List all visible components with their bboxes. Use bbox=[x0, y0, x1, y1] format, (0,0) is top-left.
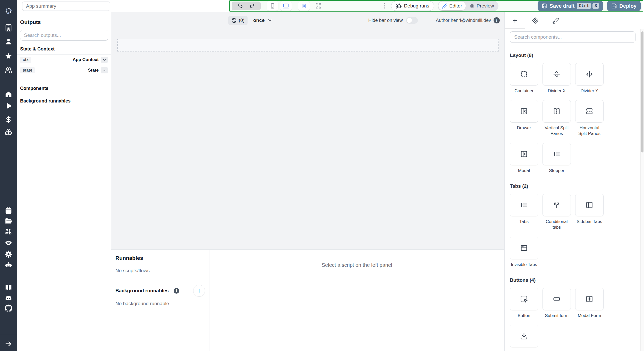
chevron-down-icon[interactable] bbox=[101, 57, 108, 63]
component-card-divider-x[interactable]: Divider X bbox=[543, 63, 571, 94]
output-row-ctx[interactable]: ctx App Context bbox=[17, 54, 111, 65]
horizontal-split-icon bbox=[586, 107, 593, 115]
add-background-runnable-button[interactable]: + bbox=[193, 285, 205, 297]
bot-icon[interactable] bbox=[5, 261, 12, 269]
components-panel-tabs bbox=[505, 12, 644, 29]
fullscreen-button[interactable] bbox=[313, 1, 324, 11]
component-card-modal[interactable]: Modal bbox=[510, 143, 538, 174]
components-panel: Layout (8) Container Divider X Divider Y… bbox=[504, 12, 644, 351]
github-icon[interactable] bbox=[5, 304, 12, 312]
hide-bar-toggle[interactable] bbox=[406, 17, 418, 24]
play-icon[interactable] bbox=[5, 102, 12, 110]
tab-component-settings[interactable] bbox=[525, 12, 545, 29]
component-card-modal-form[interactable]: Modal Form bbox=[575, 288, 604, 319]
workspace-building-icon[interactable] bbox=[5, 24, 12, 32]
deploy-button[interactable]: Deploy bbox=[607, 1, 641, 11]
button-icon bbox=[520, 295, 528, 303]
hide-bar-label: Hide bar on view bbox=[368, 18, 403, 23]
runnables-title: Runnables bbox=[115, 255, 205, 261]
debug-runs-button[interactable]: Debug runs bbox=[391, 1, 434, 11]
component-card-stepper[interactable]: Stepper bbox=[543, 143, 571, 174]
star-icon[interactable] bbox=[5, 52, 12, 60]
boxes-icon[interactable] bbox=[5, 128, 12, 136]
tab-preview[interactable]: Preview bbox=[466, 2, 498, 10]
users-gear-icon[interactable] bbox=[5, 227, 12, 235]
chevron-down-icon[interactable] bbox=[101, 67, 108, 73]
user-icon[interactable] bbox=[5, 38, 12, 45]
empty-grid-dropzone[interactable] bbox=[117, 39, 499, 52]
laptop-icon bbox=[283, 3, 289, 9]
layout-components-grid: Container Divider X Divider Y Drawer Ver… bbox=[510, 63, 635, 174]
runnables-list: Runnables No scripts/flows Background ru… bbox=[111, 250, 209, 351]
save-draft-label: Save draft bbox=[550, 3, 575, 9]
divider-x-icon bbox=[553, 70, 561, 78]
component-card-horizontal-split[interactable]: Horizontal Split Panes bbox=[575, 100, 604, 136]
undo-redo-group bbox=[232, 2, 261, 10]
section-title-tabs: Tabs (2) bbox=[510, 183, 635, 189]
output-key-badge: state bbox=[20, 67, 35, 73]
dollar-icon[interactable] bbox=[5, 116, 12, 123]
section-title-layout: Layout (8) bbox=[510, 53, 635, 58]
container-icon bbox=[520, 70, 528, 78]
kbd-s: S bbox=[592, 3, 599, 9]
discord-icon[interactable] bbox=[5, 294, 12, 302]
tab-insert-component[interactable] bbox=[505, 12, 525, 29]
info-icon[interactable]: i bbox=[174, 288, 179, 294]
app-summary-input[interactable] bbox=[22, 2, 110, 11]
run-mode-dropdown[interactable]: once bbox=[253, 18, 272, 23]
calendar-icon[interactable] bbox=[5, 207, 12, 215]
home-icon[interactable] bbox=[5, 90, 12, 98]
search-outputs-input[interactable] bbox=[20, 30, 108, 41]
center-align-button[interactable] bbox=[298, 1, 310, 11]
component-card-container[interactable]: Container bbox=[510, 63, 538, 94]
component-card-button[interactable]: Button bbox=[510, 288, 538, 319]
debug-runs-label: Debug runs bbox=[404, 3, 429, 9]
search-components-input[interactable] bbox=[510, 31, 635, 43]
eye-icon[interactable] bbox=[5, 239, 12, 247]
bug-icon bbox=[396, 3, 402, 9]
redo-icon[interactable] bbox=[249, 3, 255, 9]
tab-theme-style[interactable] bbox=[545, 12, 566, 29]
book-open-icon[interactable] bbox=[5, 284, 12, 292]
panel-scrollbar[interactable] bbox=[640, 29, 644, 351]
component-card-drawer[interactable]: Drawer bbox=[510, 100, 538, 136]
component-card-submit-form[interactable]: Submit form bbox=[543, 288, 571, 319]
component-card-divider-y[interactable]: Divider Y bbox=[575, 63, 604, 94]
output-value: App Context bbox=[73, 57, 99, 62]
component-card-download-button[interactable]: Download Button bbox=[510, 325, 538, 351]
modal-icon bbox=[520, 150, 528, 158]
mobile-view-button[interactable] bbox=[267, 1, 278, 11]
component-card-vertical-split[interactable]: Vertical Split Panes bbox=[543, 100, 571, 136]
paintbrush-icon bbox=[552, 17, 559, 24]
kbd-ctrl: Ctrl bbox=[577, 3, 591, 9]
divider-y-icon bbox=[586, 70, 593, 78]
windmill-logo[interactable] bbox=[5, 7, 12, 15]
tabs-icon bbox=[520, 201, 528, 209]
undo-icon[interactable] bbox=[237, 3, 243, 9]
editor-toolbar: Debug runs Editor Preview Save draft Ctr… bbox=[229, 0, 643, 12]
folder-open-icon[interactable] bbox=[5, 217, 12, 225]
conditional-tabs-icon bbox=[553, 201, 561, 209]
no-background-text: No background runnable bbox=[115, 301, 205, 306]
component-card-tabs[interactable]: Tabs bbox=[510, 194, 538, 230]
expand-icon bbox=[315, 3, 321, 9]
editor-label: Editor bbox=[449, 3, 462, 9]
invisible-tabs-icon bbox=[520, 244, 528, 252]
save-draft-button[interactable]: Save draft CtrlS bbox=[538, 1, 603, 11]
more-options-icon[interactable] bbox=[382, 2, 388, 10]
info-icon[interactable]: i bbox=[494, 17, 500, 23]
component-card-conditional-tabs[interactable]: Conditional tabs bbox=[543, 194, 571, 230]
center-align-icon bbox=[301, 3, 307, 9]
component-card-invisible-tabs[interactable]: Invisible Tabs bbox=[510, 237, 538, 268]
collapse-arrow-icon[interactable] bbox=[5, 340, 12, 348]
output-row-state[interactable]: state State bbox=[17, 65, 111, 75]
users-icon[interactable] bbox=[5, 66, 12, 74]
runnable-detail: Select a script on the left panel bbox=[209, 250, 504, 351]
scrollbar-thumb[interactable] bbox=[641, 31, 643, 152]
gear-icon[interactable] bbox=[5, 250, 12, 258]
sidebar-divider bbox=[0, 82, 17, 82]
component-card-sidebar-tabs[interactable]: Sidebar Tabs bbox=[575, 194, 604, 230]
tab-editor[interactable]: Editor bbox=[438, 2, 466, 10]
refresh-button[interactable]: (0) bbox=[228, 16, 248, 25]
desktop-view-button[interactable] bbox=[280, 1, 292, 11]
